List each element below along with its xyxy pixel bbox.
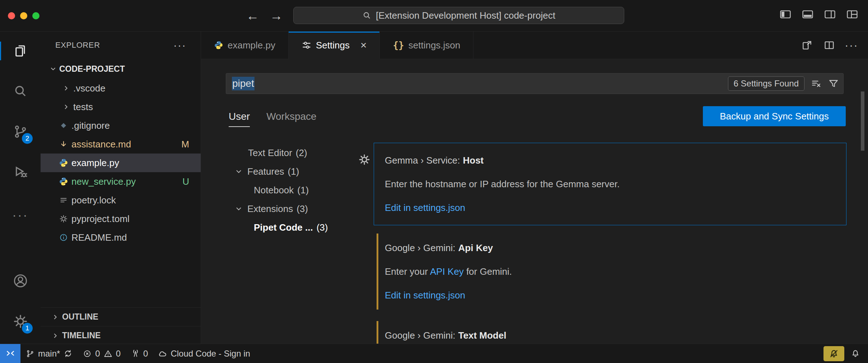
- tab-settings[interactable]: Settings ×: [289, 32, 380, 59]
- file-label: .vscode: [73, 83, 106, 94]
- api-key-link[interactable]: API Key: [430, 266, 464, 277]
- activity-item-source-control[interactable]: 2: [0, 122, 41, 142]
- tab-label: Settings: [316, 40, 350, 51]
- run-debug-icon: [13, 165, 28, 180]
- remote-icon: [5, 349, 15, 359]
- tree-item-new-service-py[interactable]: new_service.py U: [41, 172, 201, 191]
- file-label: tests: [73, 102, 93, 113]
- git-status-badge: M: [181, 139, 189, 150]
- toggle-primary-sidebar-button[interactable]: [779, 8, 792, 21]
- modified-indicator: [377, 234, 378, 310]
- chevron-right-icon: [51, 313, 59, 321]
- backup-sync-settings-button[interactable]: Backup and Sync Settings: [703, 106, 846, 126]
- close-icon[interactable]: ×: [360, 40, 367, 51]
- minimize-window-button[interactable]: [20, 12, 27, 19]
- file-label: .gitignore: [71, 120, 110, 131]
- scrollbar-thumb[interactable]: [861, 91, 864, 151]
- activity-item-more[interactable]: ···: [0, 205, 41, 225]
- toc-item-extensions[interactable]: Extensions (3): [224, 199, 361, 218]
- close-window-button[interactable]: [8, 12, 15, 19]
- branch-item[interactable]: main*: [20, 344, 78, 363]
- section-label: TIMELINE: [62, 331, 101, 340]
- scope-tab-workspace[interactable]: Workspace: [266, 107, 317, 126]
- file-label: new_service.py: [71, 176, 136, 187]
- toc-item-pipet-code[interactable]: Pipet Code ... (3): [224, 218, 361, 237]
- chevron-right-icon: [51, 332, 59, 340]
- filter-settings-button[interactable]: [828, 78, 839, 89]
- ports-item[interactable]: 0: [126, 344, 153, 363]
- scope-tab-user[interactable]: User: [229, 107, 250, 126]
- tree-item-poetry-lock[interactable]: poetry.lock: [41, 191, 201, 209]
- zoom-window-button[interactable]: [32, 12, 39, 19]
- tree-item-gitignore[interactable]: .gitignore: [41, 116, 201, 135]
- errors-count: 0: [95, 349, 100, 359]
- modified-indicator: [377, 321, 378, 344]
- editor-more-actions-button[interactable]: ···: [846, 39, 857, 51]
- file-label: example.py: [71, 157, 119, 169]
- tab-settings-json[interactable]: {} settings.json: [380, 32, 473, 59]
- setting-item-google-gemini-text-model[interactable]: Google › Gemini:Text Model: [374, 318, 846, 344]
- tree-item-assistance-md[interactable]: assistance.md M: [41, 135, 201, 154]
- tree-item-example-py[interactable]: example.py: [41, 154, 201, 172]
- bell-slash-icon: [829, 349, 839, 359]
- open-changes-button[interactable]: [801, 39, 813, 51]
- settings-badge: 1: [22, 323, 33, 334]
- activity-item-run-debug[interactable]: [0, 162, 41, 182]
- git-status-badge: U: [182, 176, 189, 187]
- timeline-section[interactable]: TIMELINE: [41, 326, 201, 345]
- forward-button[interactable]: →: [269, 8, 284, 24]
- setting-item-google-gemini-api-key[interactable]: Google › Gemini:Api Key Enter your API K…: [374, 230, 846, 313]
- edit-in-settings-json-link[interactable]: Edit in settings.json: [385, 201, 465, 214]
- activity-item-settings[interactable]: 1: [0, 311, 41, 331]
- setting-title: Google › Gemini:Text Model: [385, 329, 835, 342]
- more-views-icon: ···: [12, 208, 28, 223]
- problems-item[interactable]: 0 0: [78, 344, 126, 363]
- clear-search-filters-button[interactable]: [811, 78, 822, 89]
- activity-item-accounts[interactable]: [0, 271, 41, 291]
- split-editor-button[interactable]: [823, 39, 835, 51]
- tree-item-readme-md[interactable]: README.md: [41, 228, 201, 247]
- toggle-secondary-sidebar-button[interactable]: [823, 8, 836, 21]
- git-icon: [59, 121, 69, 131]
- activity-item-explorer[interactable]: [0, 41, 41, 61]
- edit-in-settings-json-link[interactable]: Edit in settings.json: [385, 289, 465, 302]
- status-bar-right: [823, 344, 868, 363]
- project-header[interactable]: CODE-PROJECT: [41, 59, 201, 79]
- settings-search-input[interactable]: pipet 6 Settings Found: [226, 73, 844, 94]
- command-center[interactable]: [Extension Development Host] code-projec…: [293, 7, 624, 24]
- setting-actions-gear[interactable]: [358, 154, 370, 166]
- tree-item-tests[interactable]: tests: [41, 98, 201, 116]
- tab-example-py[interactable]: example.py: [201, 32, 289, 59]
- setting-key: Text Model: [458, 330, 507, 341]
- notifications-muted-item[interactable]: [823, 346, 844, 361]
- setting-category: Gemma › Service:: [385, 155, 460, 166]
- search-icon: [362, 11, 372, 20]
- toc-item-features[interactable]: Features (1): [224, 162, 361, 181]
- back-button[interactable]: ←: [245, 8, 261, 24]
- editor-group: example.py Settings × {} settings.json: [201, 32, 868, 344]
- setting-category: Google › Gemini:: [385, 242, 456, 253]
- python-icon: [59, 158, 69, 168]
- tree-item-vscode[interactable]: .vscode: [41, 79, 201, 98]
- chevron-down-icon: [234, 167, 243, 176]
- section-label: OUTLINE: [62, 312, 98, 322]
- tree-item-pyproject-toml[interactable]: pyproject.toml: [41, 209, 201, 228]
- python-icon: [214, 41, 223, 50]
- customize-layout-button[interactable]: [846, 8, 859, 21]
- toc-item-notebook[interactable]: Notebook (1): [224, 181, 361, 199]
- toggle-panel-button[interactable]: [801, 8, 814, 21]
- activity-item-search[interactable]: [0, 81, 41, 101]
- chevron-down-icon: [234, 204, 243, 213]
- remote-indicator[interactable]: [0, 344, 20, 363]
- toc-item-text-editor[interactable]: Text Editor (2): [224, 143, 361, 162]
- more-actions-icon[interactable]: ···: [173, 39, 186, 51]
- setting-item-gemma-service-host[interactable]: Gemma › Service:Host Enter the hostname …: [374, 143, 846, 225]
- tab-strip-actions: ···: [473, 32, 868, 59]
- cloud-code-item[interactable]: Cloud Code - Sign in: [153, 344, 255, 363]
- chevron-right-icon: [62, 84, 70, 92]
- project-name: CODE-PROJECT: [59, 64, 125, 74]
- setting-category: Google › Gemini:: [385, 330, 456, 341]
- notifications-bell-icon[interactable]: [851, 349, 860, 358]
- outline-section[interactable]: OUTLINE: [41, 307, 201, 326]
- titlebar: ← → [Extension Development Host] code-pr…: [0, 0, 868, 32]
